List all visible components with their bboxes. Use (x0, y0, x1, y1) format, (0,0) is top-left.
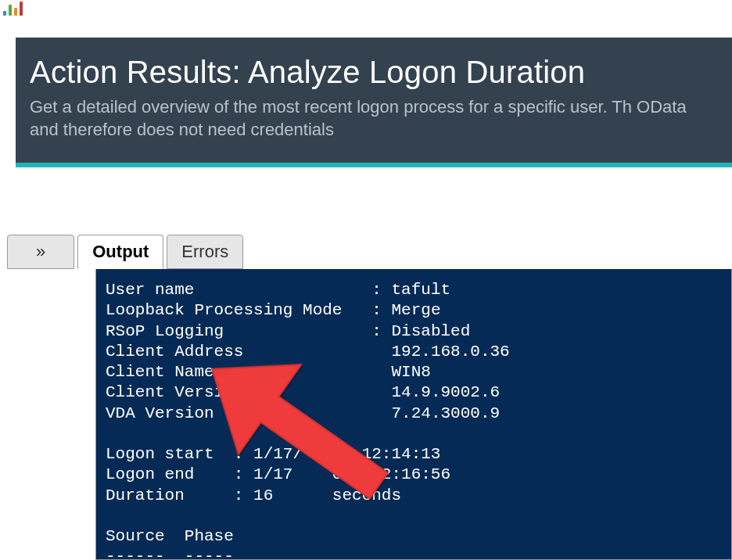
val-duration: 16 seconds (253, 486, 401, 504)
page-header: Action Results: Analyze Logon Duration G… (16, 38, 732, 167)
tab-output[interactable]: Output (77, 235, 163, 269)
val-user-name: tafult (391, 281, 450, 299)
val-client-version: 14.9.9002.6 (391, 383, 500, 401)
val-rsop: Disabled (391, 322, 470, 340)
page-title: Action Results: Analyze Logon Duration (30, 55, 718, 90)
val-loopback: Merge (391, 301, 440, 319)
app-window: Action Results: Analyze Logon Duration G… (0, 0, 732, 560)
val-vda-version: 7.24.3000.9 (391, 404, 500, 422)
output-panel: User name : tafult Loopback Processing M… (95, 269, 732, 560)
app-logo-icon (3, 2, 23, 16)
val-logon-end: 1/17 022 12:16:56 (253, 465, 450, 483)
col-divider: ------ ----- (106, 547, 234, 560)
console-output[interactable]: User name : tafult Loopback Processing M… (96, 269, 731, 560)
val-client-name: WIN8 (391, 363, 430, 381)
col-headers: Source Phase (106, 527, 234, 545)
tab-bar: » Output Errors (7, 235, 243, 269)
tab-errors[interactable]: Errors (167, 235, 243, 269)
val-logon-start: 1/17/ 2 12:14:13 (253, 445, 440, 463)
page-subtitle: Get a detailed overview of the most rece… (30, 96, 718, 141)
tab-output-label: Output (92, 242, 149, 261)
val-client-address: 192.168.0.36 (391, 343, 509, 361)
chevron-right-icon: » (36, 242, 45, 261)
tab-errors-label: Errors (181, 242, 228, 261)
expand-button[interactable]: » (7, 235, 74, 269)
